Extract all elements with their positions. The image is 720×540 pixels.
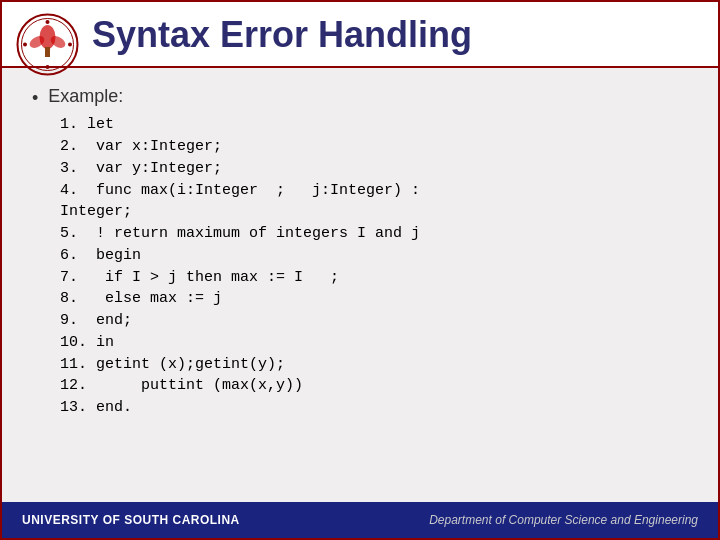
svg-point-9 (68, 43, 72, 47)
svg-point-6 (46, 20, 50, 24)
slide-content: • Example: 1. let 2. var x:Integer; 3. v… (2, 68, 718, 502)
slide: Syntax Error Handling • Example: 1. let … (0, 0, 720, 540)
slide-title: Syntax Error Handling (92, 14, 472, 56)
footer-university: UNIVERSITY OF SOUTH CAROLINA (22, 513, 240, 527)
code-line-5: 5. ! return maximum of integers I and j (60, 223, 688, 245)
code-line-2: 2. var x:Integer; (60, 136, 688, 158)
code-line-13: 13. end. (60, 397, 688, 419)
slide-footer: UNIVERSITY OF SOUTH CAROLINA Department … (2, 502, 718, 538)
code-line-11: 11. getint (x);getint(y); (60, 354, 688, 376)
logo (10, 7, 85, 82)
slide-header: Syntax Error Handling (2, 2, 718, 68)
code-line-8: 8. else max := j (60, 288, 688, 310)
code-line-3: 3. var y:Integer; (60, 158, 688, 180)
code-line-9: 9. end; (60, 310, 688, 332)
svg-rect-5 (45, 47, 50, 57)
code-line-6: 6. begin (60, 245, 688, 267)
code-line-4: 4. func max(i:Integer ; j:Integer) : (60, 180, 688, 202)
bullet-symbol: • (32, 87, 38, 110)
svg-point-7 (46, 65, 50, 69)
bullet-item: • Example: (32, 86, 688, 110)
code-line-12: 12. puttint (max(x,y)) (60, 375, 688, 397)
footer-department: Department of Computer Science and Engin… (429, 513, 698, 527)
example-label: Example: (48, 86, 123, 107)
code-line-1: 1. let (60, 114, 688, 136)
code-block: 1. let 2. var x:Integer; 3. var y:Intege… (60, 114, 688, 419)
code-line-7: 7. if I > j then max := I ; (60, 267, 688, 289)
svg-point-8 (23, 43, 27, 47)
code-line-4b: Integer; (60, 201, 688, 223)
code-line-10: 10. in (60, 332, 688, 354)
